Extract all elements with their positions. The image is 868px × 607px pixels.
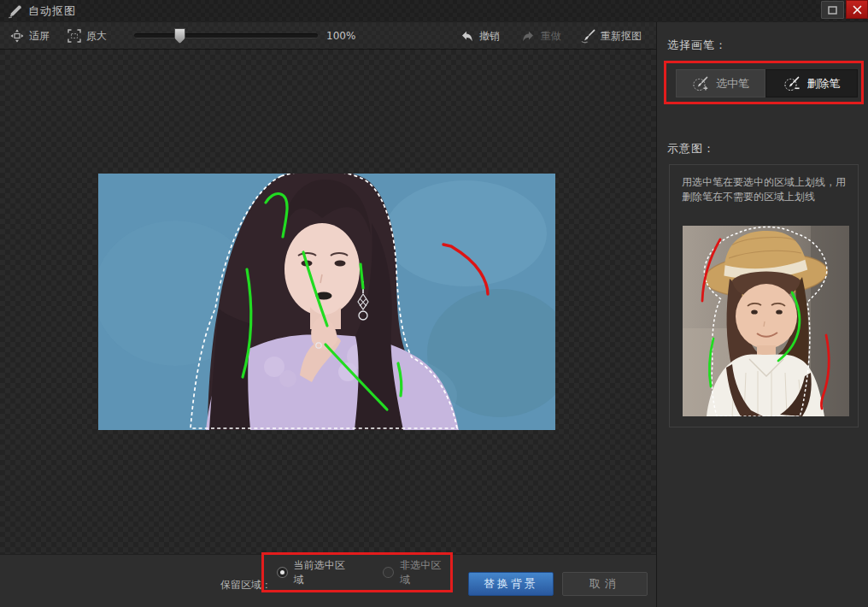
select-pen-brush-plus-icon — [692, 76, 709, 91]
auto-cutout-dialog: 自动抠图 适屏 — [0, 0, 868, 607]
undo-button[interactable]: 撤销 — [460, 22, 500, 50]
recut-button[interactable]: 重新抠图 — [581, 22, 642, 50]
zoom-slider-thumb[interactable] — [174, 28, 185, 44]
maximize-icon — [828, 6, 837, 15]
redo-icon — [521, 30, 536, 43]
cutout-brush-icon — [8, 3, 23, 22]
recut-label: 重新抠图 — [601, 29, 642, 44]
cancel-button[interactable]: 取消 — [562, 572, 648, 596]
region-highlight-box: 当前选中区域 非选中区域 — [261, 552, 453, 592]
instruction-text: 用选中笔在要选中的区域上划线，用删除笔在不需要的区域上划线 — [670, 165, 858, 204]
redo-label: 重做 — [541, 29, 561, 44]
radio-current-selected-region[interactable]: 当前选中区域 — [277, 558, 354, 587]
canvas-image[interactable] — [98, 174, 555, 430]
radio-non-selected-region[interactable]: 非选中区域 — [383, 558, 450, 587]
keep-region-label: 保留区域： — [196, 578, 272, 592]
replace-background-button[interactable]: 替换背景 — [468, 572, 554, 596]
fit-screen-button[interactable]: 适屏 — [10, 22, 50, 50]
zoom-slider-track[interactable] — [134, 33, 318, 38]
redo-button[interactable]: 重做 — [521, 22, 561, 50]
radio-unselected-icon[interactable] — [383, 567, 394, 578]
bottom-bar: 保留区域： 当前选中区域 非选中区域 替换背景 取消 — [0, 554, 656, 607]
original-size-icon — [67, 29, 81, 43]
editing-canvas[interactable] — [0, 50, 656, 554]
example-section-label: 示意图： — [667, 141, 715, 156]
delete-pen-brush-minus-icon — [783, 76, 801, 91]
example-image — [683, 226, 849, 416]
right-panel: 选择画笔： 选中笔 删除笔 示意 — [656, 22, 868, 607]
title-bar: 自动抠图 — [0, 0, 868, 22]
example-box: 用选中笔在要选中的区域上划线，用删除笔在不需要的区域上划线 — [669, 164, 859, 427]
toolbar: 适屏 原大 100% 撤销 重做 — [0, 22, 656, 50]
radio-current-label: 当前选中区域 — [294, 558, 355, 587]
recut-brush-icon — [581, 29, 595, 44]
window-title: 自动抠图 — [28, 0, 76, 22]
window-controls — [821, 0, 868, 21]
close-button[interactable] — [846, 0, 868, 19]
radio-selected-icon[interactable] — [277, 567, 288, 578]
close-icon — [853, 5, 862, 15]
original-size-button[interactable]: 原大 — [67, 22, 107, 50]
maximize-button[interactable] — [821, 1, 844, 19]
radio-non-selected-label: 非选中区域 — [400, 558, 450, 587]
delete-pen-label: 删除笔 — [807, 76, 841, 91]
fit-screen-label: 适屏 — [29, 29, 50, 44]
brush-highlight-box: 选中笔 删除笔 — [664, 61, 864, 104]
select-pen-button[interactable]: 选中笔 — [676, 69, 765, 97]
original-size-label: 原大 — [86, 29, 107, 44]
select-pen-label: 选中笔 — [716, 76, 749, 91]
brush-section-label: 选择画笔： — [667, 38, 727, 53]
fit-screen-icon — [10, 29, 24, 43]
undo-label: 撤销 — [479, 29, 500, 44]
delete-pen-button[interactable]: 删除笔 — [765, 69, 858, 97]
zoom-percentage: 100% — [326, 22, 355, 50]
zoom-slider[interactable] — [134, 22, 318, 50]
undo-icon — [460, 30, 474, 43]
